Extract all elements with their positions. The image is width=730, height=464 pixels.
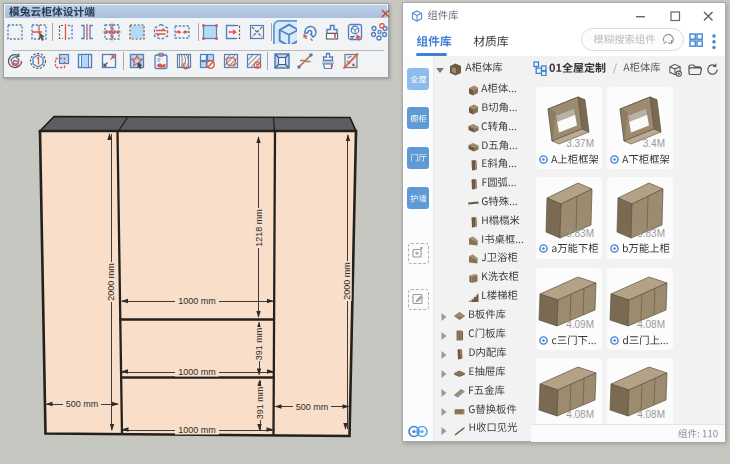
svg-text:500 mm: 500 mm — [66, 399, 99, 409]
svg-text:500 mm: 500 mm — [296, 402, 329, 412]
svg-text:391 mm: 391 mm — [254, 328, 264, 361]
svg-text:2000 mm: 2000 mm — [342, 262, 352, 300]
svg-text:2000 mm: 2000 mm — [106, 263, 116, 301]
svg-text:1218 mm: 1218 mm — [254, 209, 264, 247]
svg-text:1000 mm: 1000 mm — [178, 425, 216, 435]
svg-text:1000 mm: 1000 mm — [178, 367, 216, 377]
svg-text:391 mm: 391 mm — [255, 387, 265, 420]
svg-text:1000 mm: 1000 mm — [178, 296, 216, 306]
